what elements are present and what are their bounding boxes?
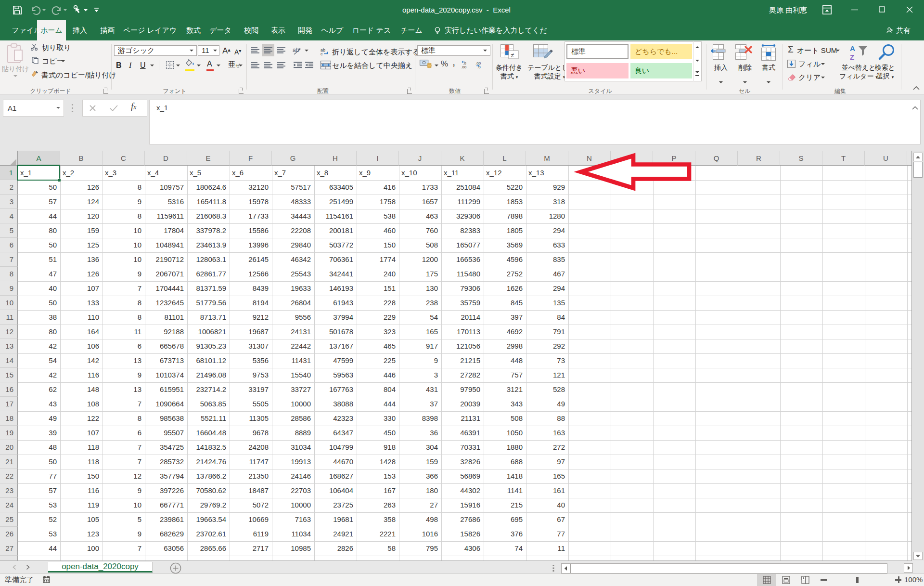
svg-text:Z: Z — [850, 53, 854, 61]
svg-text:c: c — [321, 52, 323, 56]
svg-text:≠: ≠ — [511, 52, 514, 59]
svg-text:A: A — [850, 44, 855, 52]
svg-text:.00: .00 — [461, 65, 467, 68]
